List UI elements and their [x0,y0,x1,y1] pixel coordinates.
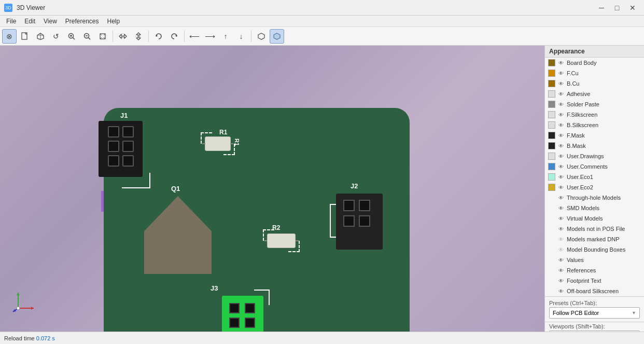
f-silkscreen-item[interactable]: 👁 F.Silkscreen [545,109,644,120]
board-body-eye[interactable]: 👁 [557,59,565,66]
user-comments-swatch [548,163,555,170]
b-silkscreen-eye[interactable]: 👁 [557,121,565,129]
user-comments-item[interactable]: 👁 User.Comments [545,161,644,172]
presets-value: Follow PCB Editor [553,310,599,316]
b-silkscreen-item[interactable]: 👁 B.Silkscreen [545,120,644,130]
orthographic-button[interactable] [270,29,284,44]
off-board-silkscreen-item[interactable]: 👁 Off-board Silkscreen [545,286,644,296]
menu-edit[interactable]: Edit [20,16,39,27]
move-right-button[interactable]: ⟶ [203,29,217,44]
adhesive-item[interactable]: 👁 Adhesive [545,89,644,99]
b-cu-item[interactable]: 👁 B.Cu [545,78,644,89]
j1-pin-2 [122,126,134,137]
j2-bracket [330,204,336,238]
model-bounding-boxes-eye[interactable]: 👁 [557,246,565,253]
model-bounding-boxes-item[interactable]: 👁 Model Bounding Boxes [545,244,644,255]
j3-pin-4 [245,318,255,328]
footprint-text-label: Footprint Text [567,278,641,284]
footprint-text-item[interactable]: 👁 Footprint Text [545,276,644,286]
menu-view[interactable]: View [39,16,61,27]
b-silkscreen-label: B.Silkscreen [567,122,641,128]
f-mask-item[interactable]: 👁 F.Mask [545,130,644,141]
references-item[interactable]: 👁 References [545,265,644,276]
status-time-value: 0.072 s [36,335,55,341]
virtual-models-item[interactable]: 👁 Virtual Models [545,213,644,224]
j3-component: J3 [222,296,263,332]
no-grid-button[interactable]: ⊗ [2,29,17,44]
flip-y-button[interactable] [131,29,146,44]
maximize-button[interactable]: □ [610,1,624,15]
isometric-button[interactable] [254,29,269,44]
q1-body [144,196,212,274]
smd-models-item[interactable]: 👁 SMD Models [545,203,644,213]
j3-body [222,296,263,332]
menu-preferences[interactable]: Preferences [61,16,103,27]
user-eco2-item[interactable]: 👁 User.Eco2 [545,182,644,192]
off-board-silkscreen-eye[interactable]: 👁 [557,287,565,295]
close-button[interactable]: ✕ [625,1,640,15]
b-mask-eye[interactable]: 👁 [557,142,565,149]
viewport[interactable]: J1 R1 [0,46,544,332]
rotate-cw-button[interactable] [167,29,181,44]
separator-3 [184,31,185,42]
values-item[interactable]: 👁 Values [545,255,644,265]
q1-label: Q1 [171,185,180,192]
title-bar-text: 3D Viewer [17,4,45,11]
user-eco2-label: User.Eco2 [567,184,641,190]
svg-point-28 [17,307,20,310]
flip-x-button[interactable] [116,29,130,44]
user-drawings-item[interactable]: 👁 User.Drawings [545,151,644,161]
move-left-button[interactable]: ⟵ [187,29,202,44]
board-body-item[interactable]: 👁 Board Body [545,58,644,68]
models-dnp-eye[interactable]: 👁 [557,236,565,243]
r1-bracket-tl [201,132,212,144]
separator-1 [113,31,113,42]
new-button[interactable] [18,29,32,44]
f-cu-eye[interactable]: 👁 [557,70,565,77]
f-cu-item[interactable]: 👁 F.Cu [545,68,644,78]
values-eye[interactable]: 👁 [557,256,565,264]
models-not-pos-eye[interactable]: 👁 [557,225,565,232]
through-hole-eye[interactable]: 👁 [557,194,565,201]
rotate-ccw-button[interactable] [151,29,166,44]
models-dnp-item[interactable]: 👁 Models marked DNP [545,234,644,244]
presets-dropdown[interactable]: Follow PCB Editor ▼ [549,307,640,319]
solder-paste-eye[interactable]: 👁 [557,101,565,108]
f-silkscreen-label: F.Silkscreen [567,112,641,118]
user-comments-eye[interactable]: 👁 [557,163,565,170]
b-mask-swatch [548,142,555,149]
user-eco1-eye[interactable]: 👁 [557,173,565,181]
models-not-pos-item[interactable]: 👁 Models not in POS File [545,224,644,234]
undo-button[interactable]: ↺ [49,29,63,44]
user-eco1-item[interactable]: 👁 User.Eco1 [545,172,644,182]
minimize-button[interactable]: ─ [594,1,609,15]
j1-bracket [122,173,150,188]
footprint-text-eye[interactable]: 👁 [557,277,565,284]
solder-paste-swatch [548,101,555,108]
user-eco2-eye[interactable]: 👁 [557,184,565,191]
adhesive-eye[interactable]: 👁 [557,90,565,98]
zoom-in-button[interactable] [64,29,79,44]
menu-file[interactable]: File [2,16,20,27]
references-eye[interactable]: 👁 [557,267,565,274]
title-bar-controls: ─ □ ✕ [594,1,640,15]
perspective-button[interactable] [33,29,48,44]
smd-models-eye[interactable]: 👁 [557,204,565,212]
solder-paste-item[interactable]: 👁 Solder Paste [545,99,644,109]
virtual-models-label: Virtual Models [567,215,641,222]
f-silkscreen-eye[interactable]: 👁 [557,111,565,118]
move-up-button[interactable]: ↑ [218,29,233,44]
virtual-models-eye[interactable]: 👁 [557,215,565,222]
move-down-button[interactable]: ↓ [234,29,248,44]
user-drawings-eye[interactable]: 👁 [557,153,565,160]
menu-help[interactable]: Help [103,16,124,27]
f-mask-eye[interactable]: 👁 [557,132,565,139]
j1-label: J1 [120,112,128,119]
through-hole-models-item[interactable]: 👁 Through-hole Models [545,192,644,203]
off-board-silkscreen-label: Off-board Silkscreen [567,288,641,294]
b-cu-eye[interactable]: 👁 [557,80,565,87]
viewports-dropdown[interactable]: --- ▼ [549,331,640,332]
b-mask-item[interactable]: 👁 B.Mask [545,141,644,151]
zoom-fit-button[interactable] [95,29,110,44]
zoom-out-button[interactable] [80,29,94,44]
